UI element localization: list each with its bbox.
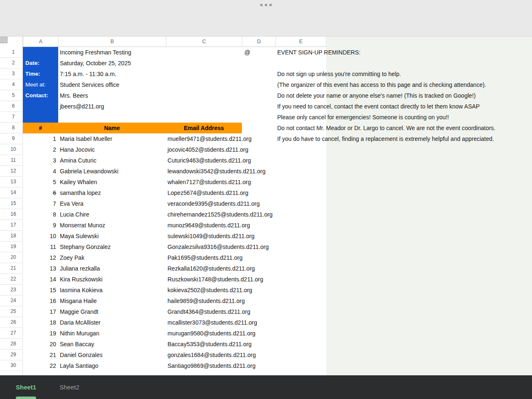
name-cell[interactable]: Stephany Gonzalez <box>60 241 111 252</box>
row-header[interactable]: 19 <box>0 241 22 252</box>
row-header[interactable]: 14 <box>0 187 22 198</box>
reminder-cell[interactable]: If you need to cancel, contact the event… <box>277 101 480 112</box>
row-num-cell[interactable]: 5 <box>23 177 56 187</box>
row-num-cell[interactable]: 4 <box>23 166 56 177</box>
email-cell[interactable]: gonzales1684@students.d211.org <box>167 350 256 360</box>
info-label-cell[interactable]: Contact: <box>25 90 48 101</box>
reminder-cell[interactable]: Please only cancel for emergencies! Some… <box>277 112 449 123</box>
row-header[interactable]: 12 <box>0 166 22 177</box>
row-header[interactable]: 5 <box>0 90 22 101</box>
row-num-cell[interactable]: 11 <box>23 241 56 252</box>
row-num-cell[interactable]: 15 <box>23 285 56 296</box>
row-num-cell[interactable]: 18 <box>23 317 56 328</box>
row-header[interactable]: 24 <box>0 296 22 306</box>
name-cell[interactable]: Kailey Whalen <box>60 177 97 187</box>
column-header-a[interactable]: A <box>23 37 58 47</box>
name-cell[interactable]: Layla Santiago <box>60 360 99 371</box>
row-num-cell[interactable]: 8 <box>23 209 56 220</box>
info-value-cell[interactable]: Saturday, October 25, 2025 <box>60 58 131 69</box>
at-symbol-cell[interactable]: @ <box>244 47 250 58</box>
info-label-cell[interactable]: Time: <box>25 69 40 79</box>
email-cell[interactable]: lewandowski3542@students.d211.org <box>167 166 266 177</box>
table-header-num[interactable]: # <box>23 123 58 133</box>
name-cell[interactable]: Nithin Murugan <box>60 328 99 339</box>
name-cell[interactable]: Eva Vera <box>60 198 84 209</box>
info-label-cell[interactable]: Meet at: <box>25 79 46 90</box>
name-cell[interactable]: Hana Jocovic <box>60 144 95 155</box>
row-header[interactable]: 3 <box>0 69 22 79</box>
name-cell[interactable]: Juliana rezkalla <box>60 263 100 274</box>
info-value-cell[interactable]: jbeers@d211.org <box>60 101 104 112</box>
row-num-cell[interactable]: 7 <box>23 198 56 209</box>
row-num-cell[interactable]: 19 <box>23 328 56 339</box>
name-cell[interactable]: Iasmina Kokieva <box>60 285 103 296</box>
email-cell[interactable]: mcallister3073@students.d211.org <box>167 317 257 328</box>
sheet-tab-sheet1[interactable]: Sheet1 <box>16 375 36 399</box>
email-cell[interactable]: Cuturic9463@students.d211.org <box>167 155 251 166</box>
row-header[interactable]: 23 <box>0 285 22 296</box>
row-header[interactable]: 2 <box>0 58 22 69</box>
email-cell[interactable]: murugan9580@students.d211.org <box>167 328 256 339</box>
email-cell[interactable]: Grandt4364@students.d211.org <box>167 306 250 317</box>
table-header-email[interactable]: Email Address <box>166 123 242 133</box>
row-header[interactable]: 30 <box>0 360 22 371</box>
name-cell[interactable]: Misgana Haile <box>60 296 97 306</box>
email-cell[interactable]: kokieva2502@students.d211.org <box>167 285 252 296</box>
name-cell[interactable]: Amina Cuturic <box>60 155 96 166</box>
row-header[interactable]: 27 <box>0 328 22 339</box>
row-header[interactable]: 8 <box>0 123 22 133</box>
info-value-cell[interactable]: Incoming Freshman Testing <box>60 47 131 58</box>
row-header[interactable]: 29 <box>0 350 22 360</box>
row-header[interactable]: 11 <box>0 155 22 166</box>
select-all-corner[interactable] <box>0 37 7 43</box>
info-label-cell[interactable]: Date: <box>25 58 39 69</box>
row-num-cell[interactable]: 10 <box>23 231 56 241</box>
row-header[interactable]: 20 <box>0 252 22 263</box>
row-header[interactable]: 25 <box>0 306 22 317</box>
row-num-cell[interactable]: 12 <box>23 252 56 263</box>
row-header[interactable]: 28 <box>0 339 22 350</box>
row-header[interactable]: 16 <box>0 209 22 220</box>
name-cell[interactable]: Daria McAllister <box>60 317 101 328</box>
info-value-cell[interactable]: Mrs. Beers <box>60 90 88 101</box>
email-cell[interactable]: Rezkalla1620@students.d211.org <box>167 263 255 274</box>
info-value-cell[interactable]: Student Services office <box>60 79 119 90</box>
email-cell[interactable]: mueller9471@students.d211.org <box>167 133 251 144</box>
row-header[interactable]: 17 <box>0 220 22 231</box>
row-header[interactable]: 6 <box>0 101 22 112</box>
name-cell[interactable]: Lucia Chire <box>60 209 89 220</box>
sheet-tab-sheet2[interactable]: Sheet2 <box>59 375 79 399</box>
row-header[interactable]: 4 <box>0 79 22 90</box>
row-num-cell[interactable]: 22 <box>23 360 56 371</box>
row-header[interactable]: 15 <box>0 198 22 209</box>
row-num-cell[interactable]: 14 <box>23 274 56 285</box>
email-cell[interactable]: jocovic4052@stidents.d211.org <box>167 144 249 155</box>
row-num-cell[interactable]: 9 <box>23 220 56 231</box>
table-header-name[interactable]: Name <box>58 123 166 133</box>
row-header[interactable]: 13 <box>0 177 22 187</box>
name-cell[interactable]: Maggie Grandt <box>60 306 99 317</box>
name-cell[interactable]: Maria Isabel Mueller <box>60 133 112 144</box>
email-cell[interactable]: Santiago9869@students.d211.org <box>167 360 256 371</box>
row-header[interactable]: 10 <box>0 144 22 155</box>
email-cell[interactable]: chirehernandez1525@students.d211.org <box>167 209 273 220</box>
row-num-cell[interactable]: 3 <box>23 155 56 166</box>
email-cell[interactable]: Ruszkowski1748@students.d211.org <box>167 274 263 285</box>
row-num-cell[interactable]: 17 <box>23 306 56 317</box>
reminder-cell[interactable]: Do not contact Mr. Meador or Dr. Largo t… <box>277 123 495 133</box>
email-cell[interactable]: Baccay5353@students.d211.org <box>167 339 251 350</box>
info-block[interactable]: Date:Time:Meet at:Contact: <box>23 47 58 123</box>
row-num-cell[interactable]: 16 <box>23 296 56 306</box>
email-cell[interactable]: veraconde9395@students.d211.org <box>167 198 260 209</box>
column-header-d[interactable]: D <box>242 37 276 47</box>
reminder-cell[interactable]: If you do have to cancel, finding a repl… <box>277 133 494 144</box>
email-cell[interactable]: Pak1695@students.d211.org <box>167 252 243 263</box>
reminder-cell[interactable]: Do not sign up unless you're committing … <box>277 69 401 79</box>
row-header[interactable]: 18 <box>0 231 22 241</box>
email-cell[interactable]: sulewski1049@students.d211.org <box>167 231 254 241</box>
name-cell[interactable]: Maya Sulewski <box>60 231 99 241</box>
row-header[interactable]: 9 <box>0 133 22 144</box>
column-header-e[interactable]: E <box>276 37 326 47</box>
name-cell[interactable]: Gabriela Lewandowski <box>60 166 118 177</box>
column-header-b[interactable]: B <box>58 37 166 47</box>
